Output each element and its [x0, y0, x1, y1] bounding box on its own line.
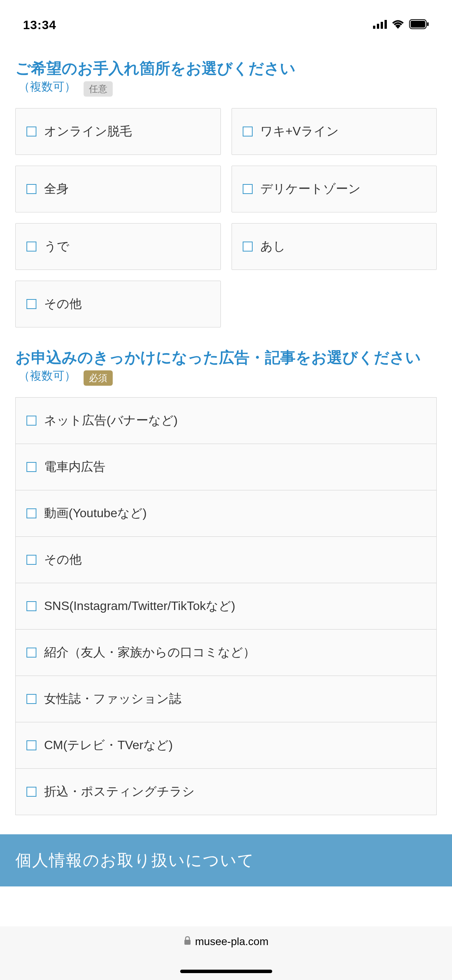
treatment-checkbox-grid: オンライン脱毛 ワキ+Vライン 全身 デリケートゾーン うで [15, 108, 437, 327]
checkbox-icon [26, 242, 36, 252]
checkbox-icon [26, 416, 36, 426]
checkbox-icon [26, 299, 36, 309]
lock-icon [184, 936, 191, 948]
checkbox-item-video[interactable]: 動画(Youtubeなど) [15, 490, 437, 536]
checkbox-icon [26, 462, 36, 472]
checkbox-label: SNS(Instagram/Twitter/TikTokなど) [44, 598, 235, 615]
svg-rect-7 [184, 940, 191, 945]
checkbox-item-ude[interactable]: うで [15, 223, 221, 270]
checkbox-item-cm[interactable]: CM(テレビ・TVerなど) [15, 722, 437, 768]
section-title: ご希望のお手入れ箇所をお選びください [15, 60, 296, 77]
checkbox-label: 動画(Youtubeなど) [44, 505, 147, 522]
checkbox-item-zenshin[interactable]: 全身 [15, 166, 221, 212]
checkbox-icon [26, 555, 36, 565]
svg-rect-2 [381, 22, 383, 29]
checkbox-item-delicate[interactable]: デリケートゾーン [232, 166, 437, 212]
checkbox-label: ネット広告(バナーなど) [44, 412, 178, 429]
checkbox-item-referral[interactable]: 紹介（友人・家族からの口コミなど） [15, 629, 437, 676]
home-indicator[interactable] [180, 970, 272, 973]
checkbox-item-ashi[interactable]: あし [232, 223, 437, 270]
form-content: ご希望のお手入れ箇所をお選びください （複数可） 任意 オンライン脱毛 ワキ+V… [0, 46, 452, 815]
checkbox-label: オンライン脱毛 [44, 123, 132, 140]
checkbox-label: CM(テレビ・TVerなど) [44, 737, 173, 754]
checkbox-icon [26, 184, 36, 194]
checkbox-item-online[interactable]: オンライン脱毛 [15, 108, 221, 155]
checkbox-label: 紹介（友人・家族からの口コミなど） [44, 644, 255, 661]
checkbox-icon [26, 787, 36, 797]
checkbox-item-sns[interactable]: SNS(Instagram/Twitter/TikTokなど) [15, 583, 437, 629]
checkbox-icon [243, 184, 253, 194]
section-title: お申込みのきっかけになった広告・記事をお選びください [15, 349, 421, 366]
checkbox-label: 折込・ポスティングチラシ [44, 783, 195, 800]
optional-badge: 任意 [84, 81, 113, 97]
checkbox-item-waki-vline[interactable]: ワキ+Vライン [232, 108, 437, 155]
svg-rect-6 [427, 22, 429, 26]
checkbox-label: 全身 [44, 181, 69, 197]
checkbox-label: 電車内広告 [44, 459, 105, 475]
checkbox-icon [26, 127, 36, 136]
section-subtitle: （複数可） [18, 369, 76, 382]
url-display[interactable]: musee-pla.com [184, 936, 268, 948]
checkbox-icon [243, 242, 253, 252]
checkbox-item-magazine[interactable]: 女性誌・ファッション誌 [15, 676, 437, 722]
url-text: musee-pla.com [195, 936, 268, 948]
checkbox-item-other[interactable]: その他 [15, 281, 221, 327]
ad-source-section: お申込みのきっかけになった広告・記事をお選びください （複数可） 必須 ネット広… [15, 347, 437, 815]
status-time: 13:34 [23, 18, 56, 32]
treatment-area-section: ご希望のお手入れ箇所をお選びください （複数可） 任意 オンライン脱毛 ワキ+V… [15, 58, 437, 327]
svg-rect-5 [411, 21, 425, 28]
checkbox-label: デリケートゾーン [260, 181, 361, 197]
status-bar: 13:34 [0, 0, 452, 46]
privacy-section: 個人情報のお取り扱いについて [0, 834, 452, 886]
svg-rect-3 [385, 20, 387, 29]
checkbox-label: あし [260, 238, 286, 255]
cellular-signal-icon [373, 20, 387, 30]
privacy-title: 個人情報のお取り扱いについて [15, 850, 437, 871]
section-header: ご希望のお手入れ箇所をお選びください （複数可） 任意 [15, 58, 437, 97]
browser-bottom-bar: musee-pla.com [0, 926, 452, 980]
required-badge: 必須 [84, 370, 113, 386]
checkbox-icon [243, 127, 253, 136]
checkbox-icon [26, 740, 36, 750]
svg-rect-1 [377, 24, 379, 29]
checkbox-item-train-ad[interactable]: 電車内広告 [15, 444, 437, 490]
wifi-icon [391, 20, 404, 30]
checkbox-label: その他 [44, 296, 82, 312]
checkbox-label: ワキ+Vライン [260, 123, 339, 140]
status-icons [373, 19, 429, 31]
ad-source-checkbox-list: ネット広告(バナーなど) 電車内広告 動画(Youtubeなど) その他 SNS… [15, 397, 437, 815]
checkbox-icon [26, 508, 36, 518]
checkbox-icon [26, 694, 36, 704]
checkbox-label: 女性誌・ファッション誌 [44, 691, 181, 707]
checkbox-item-net-ad[interactable]: ネット広告(バナーなど) [15, 397, 437, 444]
checkbox-item-other-ad[interactable]: その他 [15, 536, 437, 583]
checkbox-label: うで [44, 238, 69, 255]
checkbox-item-flyer[interactable]: 折込・ポスティングチラシ [15, 768, 437, 815]
checkbox-icon [26, 601, 36, 611]
battery-icon [409, 19, 429, 31]
section-subtitle: （複数可） [18, 80, 76, 93]
svg-rect-0 [373, 26, 375, 29]
checkbox-label: その他 [44, 551, 82, 568]
section-header: お申込みのきっかけになった広告・記事をお選びください （複数可） 必須 [15, 347, 437, 386]
checkbox-icon [26, 648, 36, 658]
